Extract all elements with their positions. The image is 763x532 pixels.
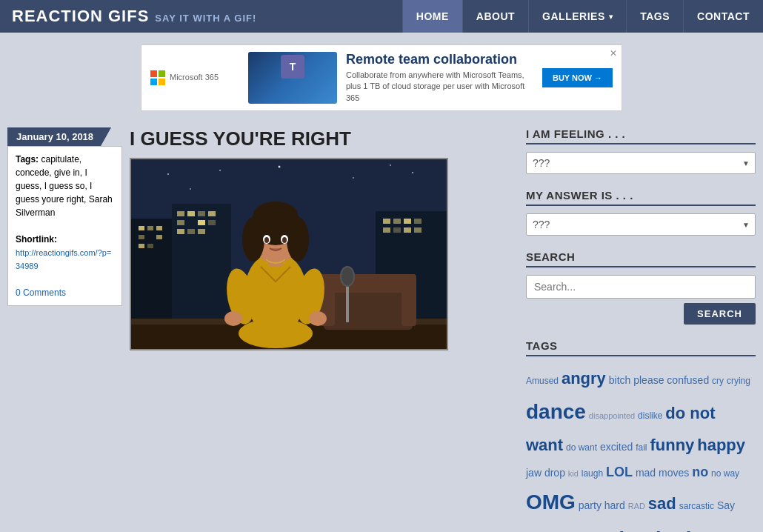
tag-item[interactable]: party hard	[579, 499, 625, 511]
svg-rect-34	[414, 227, 422, 233]
ms-logo-grid	[150, 70, 165, 85]
ms-logo: Microsoft 365	[150, 70, 239, 85]
tag-item[interactable]: funny	[650, 436, 694, 454]
tag-item[interactable]: jaw drop	[526, 467, 565, 479]
svg-rect-21	[177, 220, 184, 225]
tag-item[interactable]: laugh	[582, 468, 603, 479]
search-section: SEARCH SEARCH	[526, 250, 756, 325]
svg-point-7	[190, 188, 191, 190]
tag-item[interactable]: mad	[636, 467, 656, 479]
feeling-select[interactable]: ???	[526, 152, 756, 174]
tag-item[interactable]: bitch please	[609, 374, 664, 386]
tag-item[interactable]: no	[692, 465, 708, 479]
svg-rect-33	[404, 227, 411, 233]
right-column: I AM FEELING . . . ??? MY ANSWER IS . . …	[526, 127, 756, 532]
tag-item[interactable]: sarcastic	[679, 501, 714, 511]
search-row: SEARCH	[526, 303, 756, 325]
svg-rect-30	[404, 219, 411, 224]
ad-banner: ✕ Microsoft 365 T Remote team collaborat…	[141, 44, 622, 111]
svg-rect-23	[208, 220, 216, 225]
svg-rect-11	[156, 226, 162, 230]
tag-item[interactable]: crying	[727, 376, 750, 386]
svg-point-44	[341, 267, 353, 285]
ms-green-square	[159, 70, 165, 77]
gif-image	[130, 158, 448, 350]
main-layout: January 10, 2018 Tags: capitulate, conce…	[0, 120, 763, 532]
search-input[interactable]	[526, 275, 756, 299]
tag-item[interactable]: no way	[711, 468, 739, 479]
svg-point-51	[253, 202, 298, 228]
ms-teams-logo: T	[281, 55, 304, 79]
tag-item[interactable]: kid	[568, 469, 579, 478]
svg-point-60	[239, 319, 313, 348]
answer-select-wrapper: ???	[526, 213, 756, 236]
svg-rect-14	[139, 244, 144, 248]
post-date: January 10, 2018	[7, 127, 111, 146]
gif-scene-svg	[131, 159, 448, 350]
banner-headline: Remote team collaboration	[346, 52, 533, 67]
tag-item[interactable]: confused	[667, 374, 709, 386]
tag-item[interactable]: angry	[562, 369, 606, 388]
comments-count[interactable]: 0 Comments	[16, 286, 114, 299]
shortlink-label: Shortlink:	[16, 234, 57, 245]
nav-about[interactable]: ABOUT	[462, 0, 528, 33]
search-title: SEARCH	[526, 250, 756, 267]
svg-rect-29	[393, 219, 401, 224]
ms-blue-square	[150, 79, 157, 85]
banner-image: T	[248, 52, 337, 104]
tag-item[interactable]: sad	[648, 494, 676, 513]
chevron-down-icon: ▾	[609, 13, 613, 21]
svg-point-55	[282, 237, 287, 243]
shortlink-url[interactable]: http://reactiongifs.com/?p=34989	[16, 248, 111, 270]
nav-home[interactable]: HOME	[402, 0, 462, 33]
answer-select[interactable]: ???	[526, 213, 756, 236]
tags-line: Tags: capitulate, concede, give in, I gu…	[16, 153, 114, 219]
ms-yellow-square	[159, 79, 165, 85]
tag-item[interactable]: dislike	[638, 410, 662, 421]
tag-item[interactable]: RAD	[628, 502, 645, 511]
site-tagline: SAY IT WITH A GIF!	[155, 13, 256, 24]
tag-item[interactable]: cry	[712, 376, 724, 386]
close-icon[interactable]: ✕	[610, 48, 617, 59]
answer-title: MY ANSWER IS . . .	[526, 189, 756, 206]
svg-rect-8	[131, 219, 176, 322]
nav-galleries[interactable]: GALLERIES ▾	[528, 0, 626, 33]
banner-cta-button[interactable]: BUY NOW →	[542, 68, 613, 87]
banner-subtext: Collaborate from anywhere with Microsoft…	[346, 70, 533, 104]
svg-rect-28	[383, 219, 390, 224]
nav-contact[interactable]: CONTACT	[683, 0, 763, 33]
tag-item[interactable]: disappointed	[589, 411, 635, 420]
svg-point-3	[279, 166, 281, 168]
tag-item[interactable]: moves	[659, 467, 689, 479]
svg-rect-24	[177, 229, 184, 234]
ms-red-square	[150, 70, 157, 77]
feeling-title: I AM FEELING . . .	[526, 127, 756, 144]
tag-item[interactable]: OMG	[526, 491, 576, 513]
tag-item[interactable]: happy	[697, 436, 745, 454]
svg-point-2	[219, 170, 221, 171]
svg-rect-41	[402, 274, 416, 326]
tag-item[interactable]: do want	[566, 442, 597, 453]
tag-item[interactable]: Amused	[526, 376, 559, 386]
tag-item[interactable]: dance	[526, 400, 586, 423]
nav-tags[interactable]: TAGS	[626, 0, 683, 33]
tag-item[interactable]: shocked	[607, 528, 692, 532]
svg-rect-19	[198, 211, 205, 216]
post-title: I GUESS YOU'RE RIGHT	[130, 127, 519, 150]
svg-rect-17	[177, 211, 184, 216]
tag-item[interactable]: LOL	[606, 465, 633, 479]
svg-point-58	[224, 311, 242, 326]
tag-item[interactable]: fail	[636, 442, 647, 453]
post-meta-box: Tags: capitulate, concede, give in, I gu…	[7, 146, 122, 306]
svg-point-6	[390, 164, 391, 166]
answer-section: MY ANSWER IS . . . ???	[526, 189, 756, 236]
tag-item[interactable]: excited	[600, 441, 633, 453]
search-button[interactable]: SEARCH	[684, 303, 756, 325]
feeling-select-wrapper: ???	[526, 152, 756, 174]
tags-section: TAGS Amused angry bitch please confused …	[526, 339, 756, 532]
banner-text: Remote team collaboration Collaborate fr…	[346, 52, 533, 104]
svg-rect-12	[139, 235, 144, 239]
svg-rect-31	[414, 219, 422, 224]
main-nav: HOME ABOUT GALLERIES ▾ TAGS CONTACT	[402, 0, 763, 33]
logo[interactable]: REACTION GIFS SAY IT WITH A GIF!	[12, 7, 256, 26]
